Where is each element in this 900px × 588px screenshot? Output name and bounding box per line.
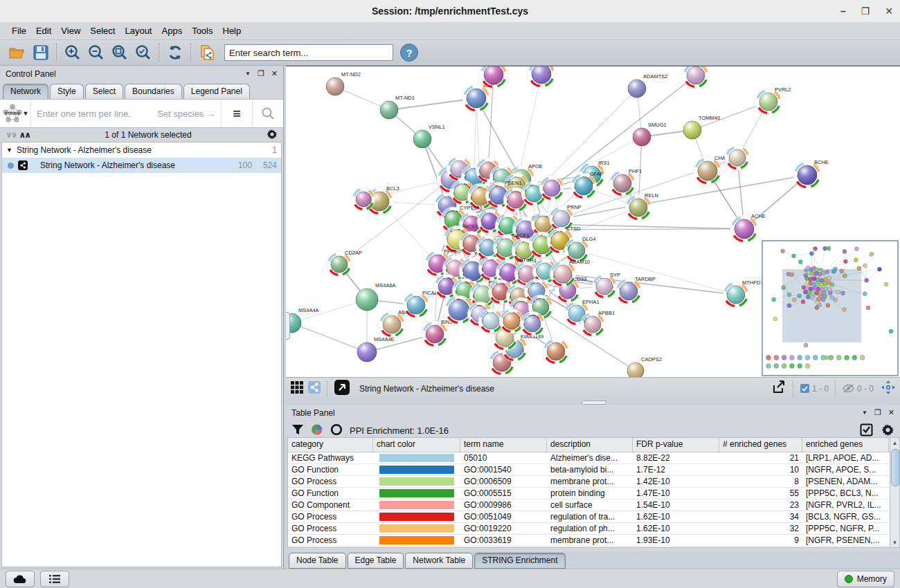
export-network-icon[interactable] xyxy=(771,380,786,397)
string-query-placeholder[interactable]: Enter one term per line. xyxy=(37,109,131,119)
tree-expand-icon[interactable]: ▼ xyxy=(6,147,12,154)
tab-string-enrichment[interactable]: STRING Enrichment xyxy=(474,553,565,569)
menu-layout[interactable]: Layout xyxy=(120,24,156,38)
panel-float-icon[interactable]: ▼ xyxy=(245,71,251,77)
tab-select[interactable]: Select xyxy=(85,84,123,99)
network-list-gear-icon[interactable] xyxy=(267,129,278,142)
cell: [PSENEN, ADAM... xyxy=(802,476,889,487)
network-collection-row[interactable]: ▼ String Network - Alzheimer's disease 1 xyxy=(2,143,281,158)
column-header-2[interactable]: term name xyxy=(460,438,547,452)
panel-close-icon[interactable]: ✕ xyxy=(271,69,278,78)
node-label: TOMM40 xyxy=(699,115,720,121)
column-header-0[interactable]: category xyxy=(288,438,373,452)
panel-maximize-icon[interactable]: ❐ xyxy=(258,69,264,78)
collapse-all-icon[interactable]: ∨∨ xyxy=(6,130,17,140)
scrollbar-thumb[interactable] xyxy=(891,449,900,486)
table-row[interactable]: GO ProcessGO:0050435beta-amyloid m...2.0… xyxy=(288,546,898,548)
network-row[interactable]: String Network - Alzheimer's disease 100… xyxy=(2,158,281,173)
table-panel-maximize-icon[interactable]: ❐ xyxy=(874,408,881,417)
network-canvas[interactable]: MT-ND2MT-ND1VSNL1GAB2ADAMTS2PVRL2TOMM40S… xyxy=(286,66,900,377)
tab-network[interactable]: Network xyxy=(3,84,48,99)
zoom-in-icon[interactable] xyxy=(61,42,84,63)
enrichment-table[interactable]: categorychart colorterm namedescriptionF… xyxy=(287,437,899,548)
menu-tools[interactable]: Tools xyxy=(187,24,217,38)
open-session-button[interactable] xyxy=(6,42,29,63)
menu-help[interactable]: Help xyxy=(218,24,246,38)
grid-view-icon[interactable] xyxy=(290,380,304,396)
table-row[interactable]: KEGG Pathways05010Alzheimer's dise...8.8… xyxy=(288,452,898,464)
set-species-hint[interactable]: Set species → xyxy=(157,109,215,119)
task-history-button[interactable] xyxy=(40,571,69,587)
clone-network-icon[interactable] xyxy=(195,42,219,63)
string-view-icon[interactable] xyxy=(308,381,321,396)
column-header-6[interactable]: enriched genes xyxy=(802,438,889,452)
cell: GO Process xyxy=(288,535,373,546)
horizontal-splitter[interactable] xyxy=(286,399,900,405)
table-row[interactable]: GO FunctionGO:0005515protein binding1.47… xyxy=(288,488,898,499)
splitter-handle[interactable] xyxy=(286,312,290,340)
menu-select[interactable]: Select xyxy=(85,24,120,38)
node-label: DLG4 xyxy=(582,236,596,242)
minimize-button[interactable]: – xyxy=(840,6,846,17)
maximize-button[interactable]: ❐ xyxy=(861,6,870,17)
table-row[interactable]: GO ProcessGO:0033619membrane prot...1.93… xyxy=(288,535,898,546)
pan-compass-icon[interactable] xyxy=(881,380,896,397)
detach-view-icon[interactable] xyxy=(334,380,350,397)
tab-edge-table[interactable]: Edge Table xyxy=(348,553,404,569)
column-header-5[interactable]: # enriched genes xyxy=(719,438,802,452)
table-row[interactable]: GO ComponentGO:0009986cell surface1.54E-… xyxy=(288,499,898,511)
cell: GO:0006509 xyxy=(460,476,547,487)
search-input[interactable] xyxy=(224,44,393,61)
table-row[interactable]: GO FunctionGO:0001540beta-amyloid bi...1… xyxy=(288,464,898,476)
table-vertical-scrollbar[interactable]: ▲ ▼ xyxy=(890,437,900,548)
close-button[interactable]: ✕ xyxy=(885,6,893,17)
filter-icon[interactable] xyxy=(291,423,304,438)
node-label: ADAM10 xyxy=(569,259,590,265)
birds-eye-view[interactable] xyxy=(762,240,899,376)
expand-all-icon[interactable]: ∧∧ xyxy=(19,130,30,140)
column-header-3[interactable]: description xyxy=(547,438,633,452)
column-header-1[interactable]: chart color xyxy=(373,438,460,452)
node-label: CYP19A1 xyxy=(460,205,483,211)
menu-file[interactable]: File xyxy=(7,24,31,38)
cell: KEGG Pathways xyxy=(288,452,373,463)
tab-legend-panel[interactable]: Legend Panel xyxy=(183,84,250,99)
scroll-up-arrow[interactable]: ▲ xyxy=(890,438,899,448)
tab-node-table[interactable]: Node Table xyxy=(289,553,346,569)
svg-text:STRING: STRING xyxy=(4,111,20,116)
selected-counter: 1 - 0 xyxy=(812,384,829,394)
menu-apps[interactable]: Apps xyxy=(157,24,188,38)
table-panel-float-icon[interactable]: ▼ xyxy=(862,410,867,416)
chart-color-swatch xyxy=(373,452,460,463)
string-options-icon[interactable]: ≡ xyxy=(221,100,252,127)
memory-button[interactable]: Memory xyxy=(837,571,894,587)
refresh-icon[interactable] xyxy=(163,42,187,63)
tab-boundaries[interactable]: Boundaries xyxy=(125,84,182,99)
cell: 1.93E-10 xyxy=(633,535,719,546)
string-logo-dropdown[interactable]: STRING ▼ xyxy=(0,100,31,127)
memory-label: Memory xyxy=(857,574,887,584)
column-header-4[interactable]: FDR p-value xyxy=(633,438,719,452)
string-search-icon[interactable] xyxy=(252,100,283,127)
table-row[interactable]: GO ProcessGO:0019220regulation of ph...1… xyxy=(288,523,898,535)
ring-chart-icon[interactable] xyxy=(330,423,343,438)
menu-view[interactable]: View xyxy=(56,24,85,38)
cloud-tasks-button[interactable] xyxy=(6,571,35,587)
cell: regulation of tra... xyxy=(547,511,633,522)
tab-network-table[interactable]: Network Table xyxy=(405,553,473,569)
pie-chart-icon[interactable] xyxy=(311,423,323,438)
save-session-button[interactable] xyxy=(29,42,53,63)
zoom-out-icon[interactable] xyxy=(84,42,108,63)
table-settings-gear-icon[interactable] xyxy=(881,423,894,439)
network-list: ▼ String Network - Alzheimer's disease 1… xyxy=(1,142,282,567)
scroll-down-arrow[interactable]: ▼ xyxy=(890,538,899,547)
table-panel-close-icon[interactable]: ✕ xyxy=(888,408,894,417)
table-row[interactable]: GO ProcessGO:0051049regulation of tra...… xyxy=(288,511,898,523)
tab-style[interactable]: Style xyxy=(50,84,84,99)
menu-edit[interactable]: Edit xyxy=(31,24,56,38)
zoom-selected-icon[interactable] xyxy=(132,42,155,63)
zoom-fit-icon[interactable] xyxy=(108,42,132,63)
select-columns-icon[interactable] xyxy=(860,423,873,439)
table-row[interactable]: GO ProcessGO:0006509membrane prot...1.42… xyxy=(288,476,898,488)
help-icon[interactable]: ? xyxy=(400,44,418,62)
